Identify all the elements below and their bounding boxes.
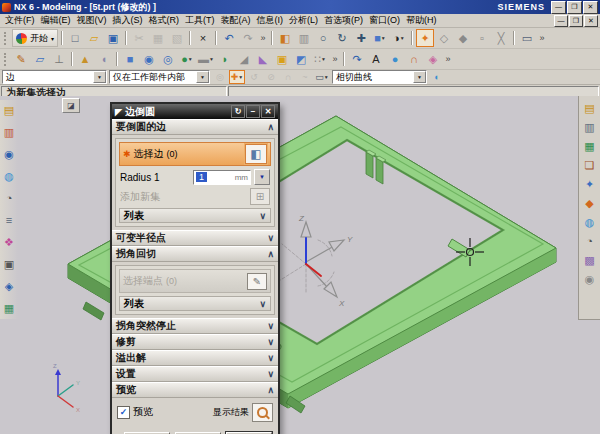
chevron-down-icon[interactable]: ▼ xyxy=(321,57,326,62)
reuse-library-icon[interactable]: ❏ xyxy=(582,158,598,173)
start-menu-button[interactable]: 开始 ▾ xyxy=(12,29,58,47)
process-studio-icon[interactable]: ▩ xyxy=(582,253,598,268)
add-new-set-button[interactable]: ⊞ xyxy=(250,188,270,205)
open-folder-icon[interactable]: ▱ xyxy=(85,29,103,47)
graphics-viewport[interactable]: Z Y X Z Y X ◪ xyxy=(0,96,600,434)
menu-格式R[interactable]: 格式(R) xyxy=(146,14,183,27)
part-list-tab[interactable]: ≡ xyxy=(1,213,17,228)
sketch-icon[interactable]: ✎ xyxy=(12,50,30,68)
highlight-hidden-icon[interactable]: ⊘ xyxy=(263,70,279,84)
save-icon[interactable]: ▣ xyxy=(104,29,122,47)
dialog-rail-button[interactable]: ◪ xyxy=(62,98,80,113)
revolve-icon[interactable]: ◖ xyxy=(95,50,113,68)
mdi-minimize-button[interactable]: — xyxy=(554,15,568,27)
snap-point-toggle-icon[interactable]: ✚▼ xyxy=(229,70,245,84)
preview-checkbox[interactable]: ✓ xyxy=(117,406,130,419)
menu-编辑E[interactable]: 编辑(E) xyxy=(38,14,74,27)
assembly-navigator-icon[interactable]: ▤ xyxy=(582,101,598,116)
chamfer-icon[interactable]: ◢ xyxy=(235,50,253,68)
point-dialog-icon[interactable]: ◇ xyxy=(435,29,453,47)
dialog-reset-button[interactable]: ↻ xyxy=(231,105,245,118)
chevron-down-icon[interactable]: ▼ xyxy=(188,57,193,62)
radius-options-button[interactable]: ▼ xyxy=(254,169,270,185)
chevron-down-icon[interactable]: ▼ xyxy=(400,36,405,41)
constraint-navigator-icon[interactable]: ▥ xyxy=(582,120,598,135)
radius-input[interactable]: 1 mm xyxy=(193,170,251,185)
select-edge-button[interactable]: ◧ xyxy=(245,144,267,164)
window-titlebar[interactable]: NX 6 - Modeling - [5t.prt (修改的) ] SIEMEN… xyxy=(0,0,600,14)
rectangle-select-icon[interactable]: ▭▼ xyxy=(314,70,330,84)
minimize-button[interactable]: — xyxy=(551,1,566,14)
add-new-set-row[interactable]: 添加新集 ⊞ xyxy=(119,188,271,205)
menu-帮助H[interactable]: 帮助(H) xyxy=(403,14,440,27)
roles-icon[interactable]: ◉ xyxy=(582,272,598,287)
select-edge-row[interactable]: ✱ 选择边 (0) ◧ xyxy=(119,142,271,166)
render-style-icon[interactable]: ◑▼ xyxy=(390,29,408,47)
undo-icon[interactable]: ↶ xyxy=(220,29,238,47)
sphere-icon[interactable]: ● xyxy=(386,50,404,68)
shaded-view-icon[interactable]: ■▼ xyxy=(371,29,389,47)
menu-工具T[interactable]: 工具(T) xyxy=(182,14,218,27)
toolbar-overflow-icon[interactable]: » xyxy=(258,29,268,47)
paste-icon[interactable]: ▧ xyxy=(168,29,186,47)
mdi-close-button[interactable]: ✕ xyxy=(584,15,598,27)
rotate-view-icon[interactable]: ↻ xyxy=(333,29,351,47)
animation-tab[interactable]: ▣ xyxy=(1,257,17,272)
subtract-icon[interactable]: ◎ xyxy=(159,50,177,68)
history-icon[interactable]: ◔ xyxy=(582,234,598,249)
assembly-navigator-tab[interactable]: ▤ xyxy=(1,103,17,118)
section-overflow[interactable]: 溢出解 ∨ xyxy=(112,350,278,366)
hole-icon[interactable]: ●▼ xyxy=(178,50,196,68)
history-tab[interactable]: ◔ xyxy=(1,191,17,206)
web-browser-tab[interactable]: ◍ xyxy=(1,169,17,184)
palette-tab[interactable]: ❖ xyxy=(1,235,17,250)
dimensions-icon[interactable]: ◆ xyxy=(582,196,598,211)
fit-view-icon[interactable]: ▥ xyxy=(295,29,313,47)
section-settings[interactable]: 设置 ∨ xyxy=(112,366,278,382)
menu-分析L[interactable]: 分析(L) xyxy=(286,14,321,27)
section-preview[interactable]: 预览 ∧ xyxy=(112,382,278,398)
section-corner-setback[interactable]: 拐角回切 ∧ xyxy=(112,246,278,262)
zoom-view-icon[interactable]: ○ xyxy=(314,29,332,47)
collaboration-tab[interactable]: ◈ xyxy=(1,279,17,294)
edge-list-bar[interactable]: 列表 ∨ xyxy=(119,208,271,223)
menu-文件F[interactable]: 文件(F) xyxy=(2,14,38,27)
maximize-button[interactable]: ❐ xyxy=(567,1,582,14)
section-edges-to-blend[interactable]: 要倒圆的边 ∧ xyxy=(112,119,278,135)
pad-icon[interactable]: ▬▼ xyxy=(197,50,215,68)
toolbar-overflow-icon-3[interactable]: » xyxy=(330,50,340,68)
part-navigator-tab[interactable]: ▥ xyxy=(1,125,17,140)
toolbar-grip-2[interactable] xyxy=(4,53,9,66)
pattern-feature-icon[interactable]: ∷▼ xyxy=(311,50,329,68)
deselect-all-icon[interactable]: ↺ xyxy=(246,70,262,84)
refresh-view-icon[interactable]: ◧ xyxy=(276,29,294,47)
section-trim[interactable]: 修剪 ∨ xyxy=(112,334,278,350)
toolbar-overflow-icon-4[interactable]: » xyxy=(443,50,453,68)
chevron-down-icon[interactable]: ▼ xyxy=(238,75,243,80)
unite-icon[interactable]: ◉ xyxy=(140,50,158,68)
part-navigator-icon[interactable]: ▦ xyxy=(582,139,598,154)
text-icon[interactable]: A xyxy=(367,50,385,68)
toolbar-grip[interactable] xyxy=(4,32,9,45)
shaded-scene-icon[interactable]: ◐ xyxy=(429,70,445,84)
web-browser-icon[interactable]: ◍ xyxy=(582,215,598,230)
dialog-titlebar[interactable]: ◤ 边倒圆 ↻−✕ xyxy=(112,104,278,119)
type-filter-combo[interactable]: 边 ▼ xyxy=(2,70,107,84)
graphics-canvas[interactable]: Z Y X Z Y X xyxy=(0,96,600,434)
end-point-snap-icon[interactable]: ◆ xyxy=(454,29,472,47)
chevron-down-icon[interactable]: ▼ xyxy=(324,75,329,80)
select-endpoint-row[interactable]: 选择端点 (0) ✎ xyxy=(119,269,271,293)
snap-point-icon[interactable]: ✦ xyxy=(416,29,434,47)
menu-首选项P[interactable]: 首选项(P) xyxy=(321,14,366,27)
menu-装配A[interactable]: 装配(A) xyxy=(218,14,254,27)
chevron-down-icon[interactable]: ▼ xyxy=(381,36,386,41)
edge-blend-icon[interactable]: ◗ xyxy=(216,50,234,68)
chevron-down-icon[interactable]: ▼ xyxy=(93,71,106,83)
dialog-close-button[interactable]: ✕ xyxy=(261,105,275,118)
measure-icon[interactable]: ▭ xyxy=(518,29,536,47)
block-icon[interactable]: ■ xyxy=(121,50,139,68)
tangent-select-icon[interactable]: ~ xyxy=(297,70,313,84)
menu-信息I[interactable]: 信息(I) xyxy=(254,14,287,27)
copy-icon[interactable]: ▦ xyxy=(149,29,167,47)
mid-point-snap-icon[interactable]: ▫ xyxy=(473,29,491,47)
